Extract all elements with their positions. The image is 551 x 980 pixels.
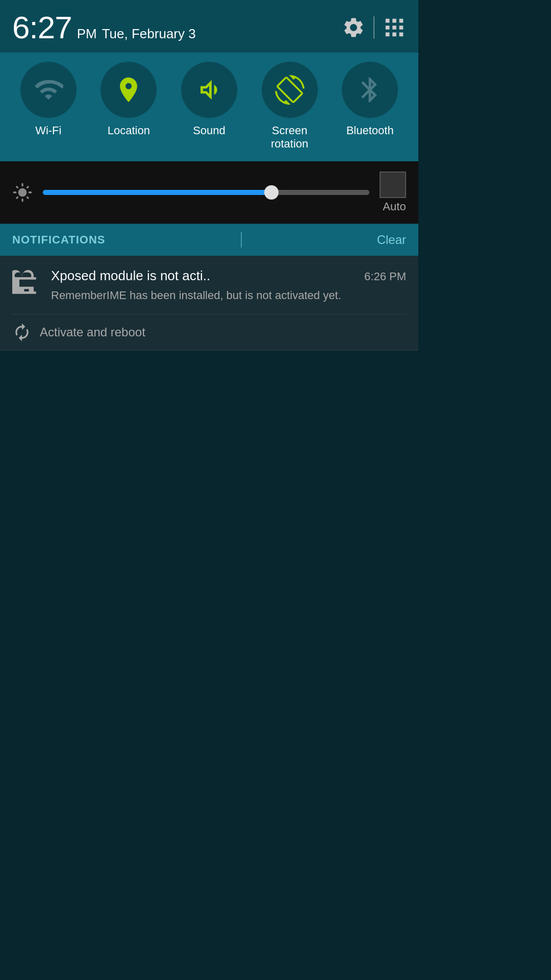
bluetooth-icon [355,75,385,105]
status-icons [342,16,406,39]
qs-bluetooth[interactable]: Bluetooth [330,62,410,137]
notif-time: 6:26 PM [364,270,406,283]
notif-top-row: Xposed module is not acti.. 6:26 PM Reme… [12,268,406,304]
qs-bluetooth-circle[interactable] [342,62,398,118]
auto-brightness-group[interactable]: Auto [380,172,406,213]
qs-wifi-label: Wi-Fi [35,124,61,137]
notif-title: Xposed module is not acti.. [51,268,210,284]
reboot-icon [12,323,32,342]
notifications-title: NOTIFICATIONS [12,233,105,247]
notif-title-row: Xposed module is not acti.. 6:26 PM [51,268,406,284]
grid-icon[interactable] [383,16,406,39]
brightness-bar: Auto [0,161,418,224]
xposed-icon [12,270,41,299]
activate-reboot-label[interactable]: Activate and reboot [40,325,145,339]
notifications-header: NOTIFICATIONS Clear [0,224,418,256]
qs-location-circle[interactable] [101,62,157,118]
notif-divider [241,232,242,248]
notification-card: Xposed module is not acti.. 6:26 PM Reme… [0,256,418,351]
clock-ampm: PM [77,26,97,42]
location-icon [114,75,143,105]
auto-brightness-box[interactable] [380,172,406,198]
clear-notifications-button[interactable]: Clear [377,233,406,247]
auto-brightness-label: Auto [383,200,406,213]
notif-content: Xposed module is not acti.. 6:26 PM Reme… [51,268,406,304]
qs-sound-circle[interactable] [181,62,237,118]
status-bar: 6:27 PM Tue, February 3 [0,0,418,53]
qs-rotation-label: Screenrotation [271,124,308,151]
clock-time: 6:27 [12,9,72,45]
brightness-icon [12,182,33,203]
brightness-slider[interactable] [43,190,369,195]
notif-action-row[interactable]: Activate and reboot [12,314,406,350]
sound-icon [194,75,224,105]
qs-location[interactable]: Location [89,62,169,137]
qs-rotation-circle[interactable] [262,62,318,118]
wifi-icon [34,75,63,105]
qs-sound[interactable]: Sound [169,62,249,137]
qs-sound-label: Sound [193,124,226,137]
settings-icon[interactable] [342,16,365,39]
slider-fill [43,190,271,195]
slider-thumb[interactable] [264,185,279,200]
slider-track [43,190,369,195]
status-time: 6:27 PM Tue, February 3 [12,9,196,45]
date-display: Tue, February 3 [102,26,196,42]
quick-settings-panel: Wi-Fi Location Sound Screenrotation [0,53,418,161]
qs-wifi[interactable]: Wi-Fi [8,62,89,137]
notif-body: RememberIME has been installed, but is n… [51,288,406,304]
notif-app-icon [12,270,41,299]
empty-background [0,351,418,912]
qs-screen-rotation[interactable]: Screenrotation [249,62,330,151]
screen-rotation-icon [275,75,305,105]
qs-wifi-circle[interactable] [20,62,77,118]
qs-bluetooth-label: Bluetooth [346,124,394,137]
status-divider [373,16,374,39]
qs-location-label: Location [108,124,150,137]
